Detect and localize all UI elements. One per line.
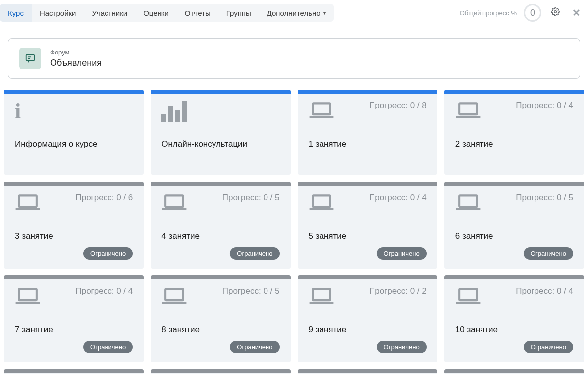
card-title: 2 занятие <box>455 139 573 149</box>
tab-Настройки[interactable]: Настройки <box>32 4 84 22</box>
laptop-icon <box>15 193 41 214</box>
card-title: 10 занятие <box>455 325 573 335</box>
restricted-badge: Ограничено <box>230 341 279 353</box>
section-card[interactable]: iИнформация о курсе <box>4 90 144 175</box>
card-title: 3 занятие <box>15 231 133 241</box>
card-stripe <box>444 369 584 373</box>
card-stripe <box>4 369 144 373</box>
tab-Участники[interactable]: Участники <box>84 4 135 22</box>
svg-point-0 <box>554 10 557 13</box>
card-stripe <box>444 90 584 94</box>
card-stripe <box>151 90 290 94</box>
content-area: Форум Объявления iИнформация о курсеОнла… <box>0 26 588 374</box>
restricted-badge: Ограничено <box>230 247 279 260</box>
card-title: 1 занятие <box>309 139 427 149</box>
card-stripe <box>298 275 437 279</box>
laptop-icon <box>455 193 481 214</box>
section-card[interactable]: Прогресс: 0 / 81 занятие <box>298 90 437 175</box>
svg-rect-10 <box>313 195 330 207</box>
svg-rect-12 <box>459 195 477 207</box>
card-progress: Прогресс: 0 / 5 <box>222 286 280 296</box>
nav-tabs: КурсНастройкиУчастникиОценкиОтчетыГруппы… <box>0 4 334 22</box>
tab-Дополнительно[interactable]: Дополнительно▾ <box>259 4 334 22</box>
card-stripe <box>298 369 437 373</box>
section-card[interactable]: Прогресс: 0 / 45 занятиеОграничено <box>298 182 437 269</box>
section-grid: iИнформация о курсеОнлайн-консультацииПр… <box>4 90 584 362</box>
laptop-icon <box>309 101 334 122</box>
section-card[interactable] <box>298 369 437 374</box>
section-card[interactable]: Онлайн-консультации <box>151 90 290 175</box>
section-card[interactable]: Прогресс: 0 / 410 занятиеОграничено <box>444 275 584 362</box>
card-progress: Прогресс: 0 / 8 <box>369 101 427 110</box>
laptop-icon <box>161 193 187 214</box>
svg-rect-2 <box>313 103 330 114</box>
tab-Группы[interactable]: Группы <box>218 4 259 22</box>
laptop-icon <box>455 286 481 308</box>
section-card[interactable]: Прогресс: 0 / 54 занятиеОграничено <box>151 182 290 269</box>
card-progress: Прогресс: 0 / 2 <box>369 286 427 296</box>
card-stripe <box>151 182 290 186</box>
card-title: 4 занятие <box>161 231 279 241</box>
chevron-down-icon: ▾ <box>323 10 326 16</box>
section-card[interactable]: Прогресс: 0 / 42 занятие <box>444 90 584 175</box>
card-title: Информация о курсе <box>15 139 133 149</box>
card-title: 8 занятие <box>161 325 279 335</box>
chart-bars-icon <box>161 101 187 122</box>
restricted-badge: Ограничено <box>83 341 133 353</box>
info-icon: i <box>15 101 21 122</box>
svg-rect-1 <box>26 55 35 61</box>
card-stripe <box>444 182 584 186</box>
restricted-badge: Ограничено <box>524 247 573 260</box>
card-progress: Прогресс: 0 / 5 <box>222 193 280 203</box>
card-stripe <box>298 90 437 94</box>
svg-rect-18 <box>313 289 330 300</box>
section-card[interactable]: Прогресс: 0 / 56 занятиеОграничено <box>444 182 584 269</box>
svg-rect-14 <box>19 289 37 300</box>
section-card[interactable] <box>4 369 144 374</box>
svg-rect-8 <box>165 195 183 207</box>
svg-rect-20 <box>459 289 477 300</box>
card-title: 5 занятие <box>309 231 427 241</box>
svg-rect-16 <box>165 289 183 300</box>
card-title: 6 занятие <box>455 231 573 241</box>
tab-Курс[interactable]: Курс <box>0 4 32 22</box>
forum-banner[interactable]: Форум Объявления <box>8 38 580 79</box>
card-progress: Прогресс: 0 / 4 <box>369 193 427 203</box>
section-grid-partial <box>4 369 584 374</box>
card-stripe <box>151 369 290 373</box>
restricted-badge: Ограничено <box>377 247 427 260</box>
laptop-icon <box>309 193 334 214</box>
restricted-badge: Ограничено <box>524 341 573 353</box>
laptop-icon <box>455 101 481 122</box>
restricted-badge: Ограничено <box>377 341 427 353</box>
card-progress: Прогресс: 0 / 4 <box>516 286 573 296</box>
card-stripe <box>4 182 144 186</box>
restricted-badge: Ограничено <box>83 247 133 260</box>
section-card[interactable] <box>444 369 584 374</box>
card-stripe <box>298 182 437 186</box>
close-button[interactable]: ✕ <box>569 6 583 20</box>
top-bar: КурсНастройкиУчастникиОценкиОтчетыГруппы… <box>0 0 588 26</box>
section-card[interactable]: Прогресс: 0 / 29 занятиеОграничено <box>298 275 437 362</box>
card-stripe <box>444 275 584 279</box>
laptop-icon <box>309 286 334 308</box>
card-progress: Прогресс: 0 / 4 <box>516 101 573 110</box>
section-card[interactable]: Прогресс: 0 / 58 занятиеОграничено <box>151 275 290 362</box>
header-controls: Общий прогресс % 0 ✕ <box>460 4 583 22</box>
card-stripe <box>4 275 144 279</box>
forum-text: Форум Объявления <box>50 49 102 68</box>
section-card[interactable]: Прогресс: 0 / 63 занятиеОграничено <box>4 182 144 269</box>
forum-type: Форум <box>50 49 102 56</box>
card-progress: Прогресс: 0 / 5 <box>516 193 573 203</box>
overall-progress-label: Общий прогресс % <box>460 9 517 17</box>
card-progress: Прогресс: 0 / 6 <box>75 193 133 203</box>
section-card[interactable] <box>151 369 290 374</box>
settings-button[interactable] <box>548 6 562 20</box>
section-card[interactable]: Прогресс: 0 / 47 занятиеОграничено <box>4 275 144 362</box>
tab-Оценки[interactable]: Оценки <box>135 4 177 22</box>
card-title: 9 занятие <box>309 325 427 335</box>
card-stripe <box>151 275 290 279</box>
card-title: Онлайн-консультации <box>161 139 279 149</box>
tab-Отчеты[interactable]: Отчеты <box>177 4 218 22</box>
card-stripe <box>4 90 144 94</box>
